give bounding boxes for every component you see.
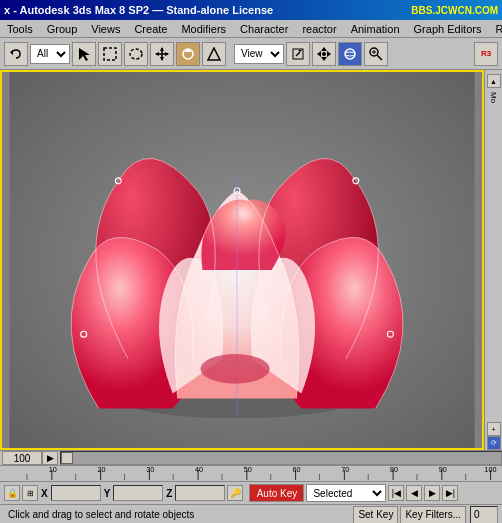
menu-tools[interactable]: Tools <box>4 22 36 36</box>
selected-dropdown[interactable]: Selected <box>306 484 386 502</box>
svg-line-24 <box>377 55 382 60</box>
right-panel: ▲ Mo + ⟳ <box>484 70 502 450</box>
svg-marker-17 <box>321 57 327 61</box>
lock-button[interactable]: 🔒 <box>4 485 20 501</box>
ruler: 10 20 30 40 50 60 70 80 90 100 <box>0 466 502 482</box>
next-frame-button[interactable]: ▶| <box>442 485 458 501</box>
title-text: x - Autodesk 3ds Max 8 SP2 — Stand-alone… <box>4 4 273 16</box>
menu-animation[interactable]: Animation <box>348 22 403 36</box>
view-dropdown[interactable]: View <box>234 44 284 64</box>
rotate-button[interactable] <box>176 42 200 66</box>
timeline-slider[interactable] <box>61 452 73 464</box>
first-frame-button[interactable]: |◀ <box>388 485 404 501</box>
menu-reactor[interactable]: reactor <box>299 22 339 36</box>
play-button[interactable]: ▶ <box>424 485 440 501</box>
prev-frame-button[interactable]: ◀ <box>406 485 422 501</box>
svg-point-35 <box>200 354 269 384</box>
menu-views[interactable]: Views <box>88 22 123 36</box>
status-row2: Click and drag to select and rotate obje… <box>0 504 502 523</box>
render-button[interactable]: R3 <box>474 42 498 66</box>
svg-marker-0 <box>10 50 13 55</box>
right-toolbar: R3 <box>474 42 498 66</box>
status-message: Click and drag to select and rotate obje… <box>4 509 351 520</box>
orbit-button[interactable] <box>338 42 362 66</box>
bbs-label: BBS.JCWCN.COM <box>411 5 498 16</box>
svg-text:80: 80 <box>390 466 398 474</box>
menu-render[interactable]: Renderi... <box>492 22 502 36</box>
svg-text:60: 60 <box>292 466 300 474</box>
timeline-expand-button[interactable]: ▶ <box>42 451 58 465</box>
right-panel-zoom[interactable]: + <box>487 422 501 436</box>
mo-label: Mo <box>489 92 498 103</box>
menu-bar: Tools Group Views Create Modifiers Chara… <box>0 20 502 38</box>
svg-text:70: 70 <box>341 466 349 474</box>
menu-group[interactable]: Group <box>44 22 81 36</box>
frame-number[interactable]: 100 <box>2 451 42 465</box>
y-label: Y <box>104 488 111 499</box>
timeline-track[interactable] <box>60 451 502 465</box>
svg-marker-19 <box>327 51 331 57</box>
svg-line-14 <box>296 52 300 56</box>
svg-marker-15 <box>298 47 302 51</box>
separator <box>228 42 232 66</box>
timeline-area: 100 ▶ <box>0 450 502 466</box>
move-button[interactable] <box>150 42 174 66</box>
svg-text:50: 50 <box>244 466 252 474</box>
right-panel-btn1[interactable]: ▲ <box>487 74 501 88</box>
svg-marker-16 <box>321 47 327 51</box>
main-area: ▲ Mo + ⟳ <box>0 70 502 450</box>
rect-select-button[interactable] <box>98 42 122 66</box>
status-row1: 🔒 ⊞ X Y Z 🔑 Auto Key Selected |◀ ◀ ▶ ▶| <box>0 482 502 504</box>
svg-text:100: 100 <box>484 466 496 474</box>
svg-marker-12 <box>208 48 220 60</box>
undo-button[interactable] <box>4 42 28 66</box>
svg-text:20: 20 <box>97 466 105 474</box>
title-bar: x - Autodesk 3ds Max 8 SP2 — Stand-alone… <box>0 0 502 20</box>
x-label: X <box>41 488 48 499</box>
status-bar: 🔒 ⊞ X Y Z 🔑 Auto Key Selected |◀ ◀ ▶ ▶| … <box>0 482 502 523</box>
svg-point-3 <box>130 49 142 59</box>
x-input[interactable] <box>51 485 101 501</box>
menu-modifiers[interactable]: Modifiers <box>178 22 229 36</box>
grid-button[interactable]: ⊞ <box>22 485 38 501</box>
selection-dropdown[interactable]: All <box>30 44 70 64</box>
y-input[interactable] <box>113 485 163 501</box>
svg-point-21 <box>345 49 355 59</box>
z-label: Z <box>166 488 172 499</box>
svg-rect-2 <box>104 48 116 60</box>
svg-marker-18 <box>317 51 321 57</box>
viewport[interactable] <box>0 70 484 450</box>
svg-marker-9 <box>165 52 169 56</box>
menu-character[interactable]: Character <box>237 22 291 36</box>
right-panel-orbit[interactable]: ⟳ <box>487 436 501 450</box>
key-icon[interactable]: 🔑 <box>227 485 243 501</box>
svg-marker-1 <box>79 48 90 61</box>
svg-text:90: 90 <box>439 466 447 474</box>
auto-key-button[interactable]: Auto Key <box>249 484 304 502</box>
scale-button[interactable] <box>202 42 226 66</box>
svg-text:10: 10 <box>49 466 57 474</box>
rp-bottom: + ⟳ <box>487 422 501 450</box>
svg-point-20 <box>322 52 326 56</box>
svg-text:30: 30 <box>146 466 154 474</box>
zoom-extents-button[interactable] <box>286 42 310 66</box>
svg-text:40: 40 <box>195 466 203 474</box>
toolbar: All View R3 <box>0 38 502 70</box>
z-input[interactable] <box>175 485 225 501</box>
zoom-button[interactable] <box>364 42 388 66</box>
set-key-button[interactable]: Set Key <box>353 506 398 524</box>
menu-create[interactable]: Create <box>131 22 170 36</box>
key-filters-button[interactable]: Key Filters... <box>400 506 466 524</box>
svg-marker-6 <box>160 47 164 51</box>
svg-point-22 <box>345 52 355 56</box>
pan-button[interactable] <box>312 42 336 66</box>
svg-marker-8 <box>155 52 159 56</box>
menu-graph-editors[interactable]: Graph Editors <box>411 22 485 36</box>
svg-marker-7 <box>160 57 164 61</box>
current-frame-display: 0 <box>470 506 498 524</box>
select-tool-button[interactable] <box>72 42 96 66</box>
lasso-select-button[interactable] <box>124 42 148 66</box>
